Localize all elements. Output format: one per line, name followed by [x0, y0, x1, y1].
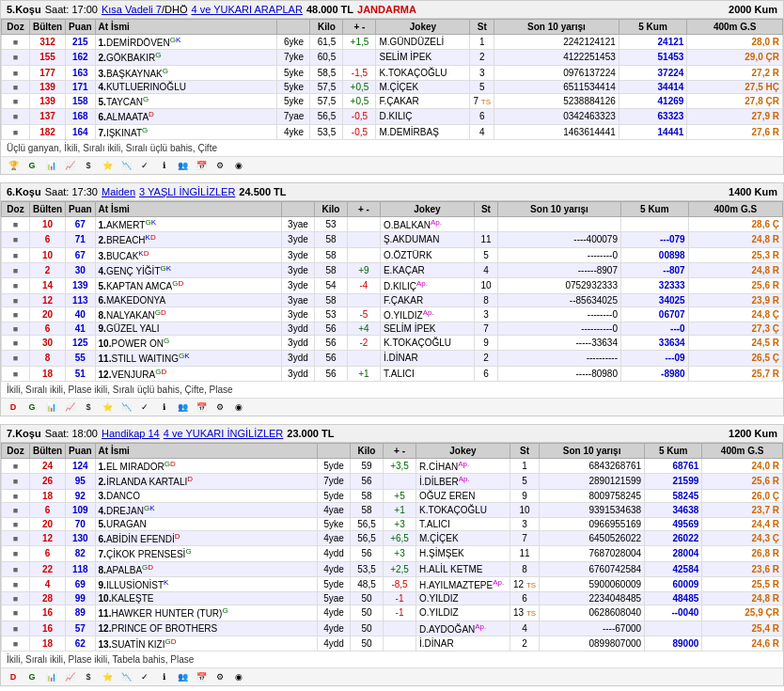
pm-cell: -0,5: [343, 109, 376, 124]
g-icon[interactable]: G: [24, 400, 40, 414]
st-cell: 4: [470, 124, 494, 139]
table-icon[interactable]: 📊: [42, 670, 59, 683]
k5-cell: 51453: [619, 50, 687, 65]
info-icon[interactable]: ℹ: [155, 400, 172, 414]
horse-number: 2.: [99, 54, 106, 64]
jokey-cell: H.AYILMAZTEPEAp.: [416, 576, 510, 591]
k5-cell: 33634: [621, 335, 689, 350]
th-bulten: Bülten: [30, 20, 66, 35]
settings-icon[interactable]: ⚙: [212, 670, 228, 683]
kilo-cell: 56: [314, 351, 347, 366]
calendar-icon[interactable]: 📅: [193, 670, 210, 683]
g400-cell: 24,8 Ç: [688, 306, 782, 322]
bulten-cell: 177: [30, 65, 66, 80]
son10-cell: ----------0: [497, 322, 620, 335]
d-icon[interactable]: D: [5, 400, 22, 414]
check-icon[interactable]: ✓: [136, 670, 153, 683]
race-type[interactable]: Handikap 14: [102, 428, 160, 439]
race-type[interactable]: Kısa Vadeli 7/DHÖ: [102, 4, 188, 15]
graph-icon[interactable]: 📉: [118, 670, 134, 683]
doz-cell: ■: [2, 366, 30, 381]
doz-cell: ■: [2, 561, 30, 576]
graph-icon[interactable]: 📉: [118, 159, 134, 172]
calendar-icon[interactable]: 📅: [193, 400, 210, 414]
chart-icon[interactable]: 📈: [61, 400, 78, 414]
race-number: 5.Koşu: [7, 4, 41, 15]
star-icon[interactable]: ⭐: [99, 400, 116, 414]
people-icon[interactable]: 👥: [174, 670, 191, 683]
dollar-icon[interactable]: $: [80, 400, 97, 414]
jokey-cell: T.ALICI: [380, 366, 474, 381]
age-cell: 3ydd: [281, 322, 314, 335]
horse-number: 12.: [99, 623, 112, 634]
doz-cell: ■: [2, 35, 30, 50]
settings-icon[interactable]: ⚙: [212, 400, 228, 414]
chart-icon[interactable]: 📈: [61, 159, 78, 172]
puan-cell: 62: [66, 636, 95, 651]
race-condition[interactable]: 4 ve YUKARI ARAPLAR: [191, 4, 302, 15]
check-icon[interactable]: ✓: [136, 159, 153, 172]
race-header: 6.Koşu Saat: 17:30 Maiden 3 YAŞLI İNGİLİ…: [1, 183, 783, 201]
trophy-icon[interactable]: 🏆: [5, 159, 22, 172]
horse-name-cell: 4.KUTLUERINOĞLU: [95, 80, 277, 93]
puan-cell: 113: [66, 293, 95, 306]
pm-cell: -2: [347, 335, 380, 350]
dollar-icon[interactable]: $: [80, 159, 97, 172]
info-icon[interactable]: ℹ: [155, 159, 172, 172]
table-icon[interactable]: 📊: [42, 159, 59, 172]
horse-name-cell: 3.DANCO: [95, 489, 317, 502]
kilo-cell: 53,5: [351, 561, 384, 576]
age-cell: 4ydd: [318, 636, 351, 651]
calendar-icon[interactable]: 📅: [193, 159, 210, 172]
bulten-cell: 139: [30, 93, 66, 108]
kilo-cell: 50: [351, 592, 384, 605]
st-cell: 2: [474, 351, 497, 366]
age-cell: 3yde: [281, 262, 314, 277]
table-row: ■ 4 69 9.ILLUSİONİSTK 5yde 48,5 -8,5 H.A…: [2, 576, 783, 591]
star-icon[interactable]: ⭐: [99, 670, 116, 683]
settings-icon[interactable]: ⚙: [212, 159, 228, 172]
jokey-cell: OĞUZ EREN: [416, 489, 510, 502]
circle-icon[interactable]: ◉: [230, 159, 247, 172]
star-icon[interactable]: ⭐: [99, 159, 116, 172]
pm-cell: [384, 474, 416, 489]
g-icon[interactable]: G: [24, 159, 40, 172]
horse-name-cell: 5.KAPTAN AMCAGD: [95, 278, 281, 293]
check-icon[interactable]: ✓: [136, 400, 153, 414]
doz-cell: ■: [2, 592, 30, 605]
horse-name-cell: 1.DEMİRDÖVENGK: [95, 35, 277, 50]
table-row: ■ 6 109 4.DREJANGK 4yae 58 +1 K.TOKAÇOĞL…: [2, 502, 783, 517]
horse-number: 6.: [99, 534, 106, 544]
circle-icon[interactable]: ◉: [230, 400, 247, 414]
g400-cell: 28,0 R: [687, 35, 783, 50]
kilo-cell: 54: [314, 278, 347, 293]
jokey-cell: İ.DİLBERAp.: [416, 474, 510, 489]
table-icon[interactable]: 📊: [42, 400, 59, 414]
d-icon[interactable]: D: [5, 670, 22, 683]
horse-number: 1.: [99, 38, 106, 48]
age-cell: 5yke: [277, 80, 310, 93]
dollar-icon[interactable]: $: [80, 670, 97, 683]
pm-cell: -0,5: [343, 124, 376, 139]
people-icon[interactable]: 👥: [174, 400, 191, 414]
g400-cell: 26,5 Ç: [688, 351, 782, 366]
race-icon-row: D G 📊 📈 $ ⭐ 📉 ✓ ℹ 👥 📅 ⚙ ◉: [1, 667, 783, 685]
graph-icon[interactable]: 📉: [118, 400, 134, 414]
son10-cell: --------0: [497, 247, 620, 262]
people-icon[interactable]: 👥: [174, 159, 191, 172]
info-icon[interactable]: ℹ: [155, 670, 172, 683]
circle-icon[interactable]: ◉: [230, 670, 247, 683]
g-icon[interactable]: G: [24, 670, 40, 683]
race-condition[interactable]: 3 YAŞLI İNGİLİZLER: [139, 186, 235, 197]
age-cell: 3yde: [281, 306, 314, 322]
race-type[interactable]: Maiden: [102, 186, 135, 197]
jokey-cell: O.YILDIZ: [416, 592, 510, 605]
kilo-cell: 53: [314, 306, 347, 322]
son10-cell: 6450526022: [540, 530, 645, 545]
th-bulten: Bülten: [30, 201, 66, 216]
chart-icon[interactable]: 📈: [61, 670, 78, 683]
race-condition[interactable]: 4 ve YUKARI İNGİLİZLER: [164, 428, 284, 439]
race-header: 7.Koşu Saat: 18:00 Handikap 14 4 ve YUKA…: [1, 425, 783, 443]
table-row: ■ 20 70 5.URAGAN 5yke 56,5 +3 T.ALICI 3 …: [2, 517, 783, 530]
doz-cell: ■: [2, 50, 30, 65]
